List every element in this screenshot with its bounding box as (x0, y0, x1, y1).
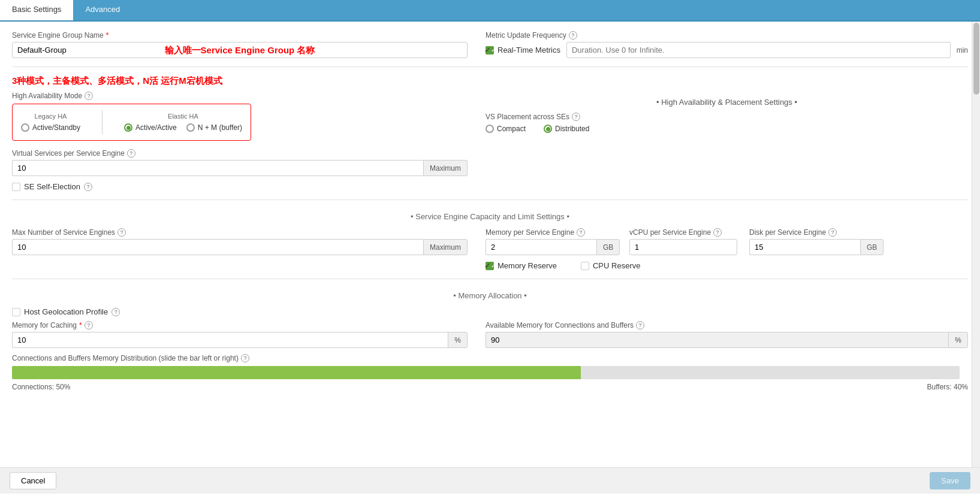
connections-pct-label: Connections: 50% (12, 383, 70, 391)
divider-3 (12, 279, 968, 279)
connections-buffers-labels: Connections: 50% Buffers: 40% (12, 383, 968, 391)
divider-1 (12, 66, 968, 67)
elastic-ha-group: Elastic HA Active/Active N + M (buffer) (124, 113, 242, 132)
ha-placement-title: • High Availability & Placement Settings… (486, 98, 968, 107)
memory-allocation-title: • Memory Allocation • (12, 288, 968, 303)
virtual-services-suffix: Maximum (423, 160, 468, 176)
active-active-radio-icon (124, 123, 132, 132)
available-memory-input[interactable] (486, 332, 948, 348)
disk-per-se-input-group: GB (749, 239, 881, 255)
compact-radio[interactable]: Compact (486, 125, 526, 133)
distributed-radio-icon (544, 125, 552, 133)
available-memory-help-icon[interactable]: ? (636, 321, 644, 329)
real-time-metrics-checkbox-icon: ✓ (486, 46, 494, 55)
annotation-ha-modes: 3种模式，主备模式、多活模式，N活 运行M宕机模式 (12, 75, 968, 87)
host-geolocation-help-icon[interactable]: ? (111, 308, 120, 316)
cancel-button[interactable]: Cancel (10, 472, 56, 489)
seg-name-input[interactable] (12, 42, 468, 58)
ha-mode-options-row: Legacy HA Active/Standby Elastic (21, 110, 242, 134)
max-se-input[interactable] (12, 239, 423, 255)
cpu-reserve-checkbox-icon (581, 262, 589, 270)
ha-mode-box: Legacy HA Active/Standby Elastic (12, 104, 251, 141)
legacy-ha-group: Legacy HA Active/Standby (21, 113, 80, 132)
memory-caching-help-icon[interactable]: ? (85, 321, 93, 329)
metric-update-section: Metric Update Frequency ? ✓ Real-Time Me… (486, 31, 968, 58)
se-self-election-help-icon[interactable]: ? (84, 183, 92, 191)
active-standby-radio[interactable]: Active/Standby (21, 123, 80, 132)
memory-caching-input-group: % (12, 332, 468, 348)
available-memory-unit: % (948, 332, 968, 348)
footer-bar: Cancel Save (0, 467, 980, 494)
connections-buffers-help-icon[interactable]: ? (241, 354, 249, 362)
disk-per-se-help-icon[interactable]: ? (828, 228, 837, 237)
virtual-services-input[interactable] (12, 160, 423, 176)
max-se-input-group: Maximum (12, 239, 468, 255)
ha-placement-section: • High Availability & Placement Settings… (486, 92, 968, 133)
save-button[interactable]: Save (930, 472, 970, 489)
memory-per-se-input-group: GB (486, 239, 617, 255)
se-self-election-checkbox[interactable]: SE Self-Election ? (12, 182, 968, 191)
available-memory-section: Available Memory for Connections and Buf… (486, 321, 968, 348)
available-memory-input-group: % (486, 332, 968, 348)
n-m-buffer-radio[interactable]: N + M (buffer) (186, 123, 242, 132)
host-geolocation-checkbox[interactable]: Host Geolocation Profile ? (12, 307, 968, 316)
seg-name-label: Service Engine Group Name * (12, 31, 468, 40)
memory-per-se-label: Memory per Service Engine ? (486, 228, 617, 237)
buffers-pct-label: Buffers: 40% (927, 383, 968, 391)
virtual-services-input-group: Maximum (12, 160, 468, 176)
disk-per-se-unit: GB (860, 239, 883, 255)
disk-per-se-input[interactable] (749, 239, 860, 255)
memory-reserve-checkbox[interactable]: ✓ Memory Reserve (486, 261, 557, 270)
metric-update-row: ✓ Real-Time Metrics min (486, 42, 968, 58)
vs-placement-help-icon[interactable]: ? (572, 113, 580, 121)
disk-per-se-field: Disk per Service Engine ? GB (749, 228, 881, 255)
compact-radio-icon (486, 125, 494, 133)
max-se-help-icon[interactable]: ? (117, 228, 126, 237)
metric-update-label: Metric Update Frequency ? (486, 31, 968, 40)
placement-options-row: Compact Distributed (486, 125, 968, 133)
max-se-label: Max Number of Service Engines ? (12, 228, 468, 237)
memory-caching-input[interactable] (12, 332, 448, 348)
virtual-services-help-icon[interactable]: ? (127, 149, 135, 158)
memory-per-se-help-icon[interactable]: ? (577, 228, 585, 237)
scrollbar-track[interactable] (972, 22, 980, 467)
connections-buffers-bar[interactable] (12, 366, 960, 379)
divider-2 (12, 199, 968, 200)
ha-mode-help-icon[interactable]: ? (85, 92, 93, 100)
scrollbar-thumb[interactable] (973, 23, 979, 95)
active-active-radio[interactable]: Active/Active (124, 123, 177, 132)
duration-input[interactable] (566, 42, 951, 58)
tab-bar: Basic Settings Advanced (0, 0, 980, 22)
max-se-suffix: Maximum (423, 239, 468, 255)
elastic-ha-label: Elastic HA (124, 113, 242, 120)
vcpu-per-se-input[interactable] (629, 239, 737, 255)
se-resources-section: Memory per Service Engine ? GB vCPU per … (486, 228, 968, 270)
distributed-radio[interactable]: Distributed (544, 125, 589, 133)
ha-divider (102, 110, 102, 134)
cpu-reserve-checkbox[interactable]: CPU Reserve (581, 261, 640, 270)
disk-per-se-label: Disk per Service Engine ? (749, 228, 881, 237)
se-self-election-checkbox-icon (12, 183, 20, 191)
reserve-options-row: ✓ Memory Reserve CPU Reserve (486, 261, 968, 270)
real-time-metrics-checkbox[interactable]: ✓ Real-Time Metrics (486, 46, 560, 55)
vcpu-per-se-field: vCPU per Service Engine ? (629, 228, 737, 255)
capacity-section-title: • Service Engine Capacity and Limit Sett… (12, 208, 968, 223)
vs-placement-label: VS Placement across SEs ? (486, 113, 968, 121)
memory-caching-section: Memory for Caching * ? % (12, 321, 468, 348)
connections-fill (12, 366, 581, 379)
metric-update-help-icon[interactable]: ? (569, 31, 577, 40)
tab-basic-settings[interactable]: Basic Settings (0, 0, 73, 20)
se-self-election-section: SE Self-Election ? (12, 182, 968, 191)
host-geolocation-checkbox-icon (12, 308, 20, 316)
virtual-services-label: Virtual Services per Service Engine ? (12, 149, 968, 158)
tab-advanced[interactable]: Advanced (73, 0, 132, 20)
available-memory-label: Available Memory for Connections and Buf… (486, 321, 968, 329)
virtual-services-section: Virtual Services per Service Engine ? Ma… (12, 149, 968, 176)
vcpu-per-se-help-icon[interactable]: ? (713, 228, 722, 237)
memory-per-se-field: Memory per Service Engine ? GB (486, 228, 617, 255)
memory-caching-label: Memory for Caching * ? (12, 321, 468, 329)
connections-buffers-section: Connections and Buffers Memory Distribut… (12, 354, 968, 391)
legacy-ha-label: Legacy HA (21, 113, 80, 120)
seg-name-row: 输入唯一Service Engine Group 名称 (12, 42, 468, 58)
memory-per-se-input[interactable] (486, 239, 596, 255)
